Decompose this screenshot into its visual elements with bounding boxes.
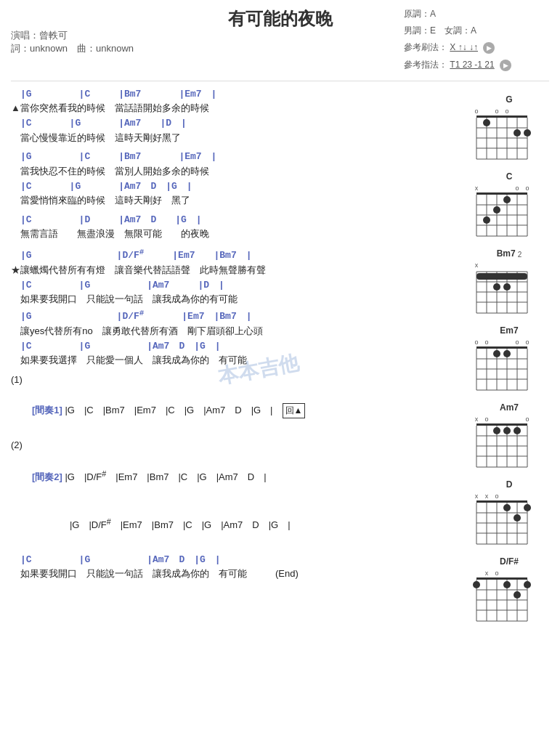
svg-text:o: o	[495, 569, 498, 577]
block-3: |C |D |Am7 D |G | 無需言語 無盡浪漫 無限可能 的夜晚	[11, 213, 466, 242]
svg-text:o: o	[484, 415, 488, 423]
block-2: |G |C |Bm7 |Em7 | 當我快忍不住的時候 當別人開始多余的時候 |…	[11, 150, 466, 208]
header-divider	[11, 81, 549, 81]
svg-point-94	[503, 504, 511, 511]
chord-diagram-Em7: Em7 o o o o	[469, 325, 549, 392]
svg-text:o: o	[474, 338, 478, 346]
lyric-line-3: 當我快忍不住的時候 當別人開始多余的時候	[11, 164, 466, 179]
chord-line-7: |C |G |Am7 |D |	[11, 278, 466, 293]
svg-point-96	[524, 504, 531, 511]
lyric-line-5: 無需言語 無盡浪漫 無限可能 的夜晚	[11, 227, 466, 242]
strum-pattern: X ↑↓ ↓↑	[450, 42, 478, 52]
chord-line-6: |G |D/F# |Em7 |Bm7 |	[11, 246, 466, 263]
svg-point-79	[514, 427, 521, 434]
svg-point-11	[483, 119, 490, 126]
lyric-line-2: 當心慢慢靠近的時候 這時天剛好黑了	[11, 131, 466, 146]
svg-point-95	[514, 514, 521, 522]
svg-text:x: x	[475, 492, 479, 500]
lyric-line-6: ★讓蠟燭代替所有有燈 讓音樂代替話語聲 此時無聲勝有聲	[11, 263, 466, 278]
svg-point-30	[483, 216, 490, 224]
chord-svg-D: x x o	[469, 492, 535, 546]
interlude-2a: [間奏2] |G |D/F# |Em7 |Bm7 |C |G |Am7 D |	[11, 453, 466, 500]
lyric-line-7: 如果要我開口 只能說一句話 讓我成為你的有可能	[11, 292, 466, 307]
strum-play-button[interactable]: ▶	[483, 42, 495, 54]
svg-rect-45	[476, 273, 527, 280]
lyricist-info: 詞：unknown 曲：unknown	[11, 42, 156, 55]
svg-text:o: o	[525, 338, 529, 346]
svg-text:o: o	[495, 108, 498, 115]
interlude-2b: |G |D/F# |Em7 |Bm7 |C |G |Am7 D |G |	[11, 500, 466, 548]
chord-line-9: |C |G |Am7 D |G |	[11, 339, 466, 354]
block-interlude1: (1) [間奏1] |G |C |Bm7 |Em7 |C |G |Am7 D |…	[11, 373, 466, 434]
interlude-1: [間奏1] |G |C |Bm7 |Em7 |C |G |Am7 D |G | …	[11, 388, 466, 434]
svg-point-111	[473, 581, 480, 588]
chord-diagram-DFsharp: D/F# x o	[469, 556, 549, 623]
svg-text:o: o	[505, 108, 508, 115]
svg-text:x: x	[475, 261, 479, 269]
gender-keys: 男調：E 女調：A	[404, 24, 542, 38]
finger-play-button[interactable]: ▶	[500, 60, 511, 71]
finger-pattern: T1 23 -1 21	[450, 60, 494, 70]
svg-point-113	[514, 591, 521, 599]
finger-label: 參考指法：	[404, 60, 447, 70]
svg-text:o: o	[495, 492, 498, 500]
svg-rect-66	[476, 423, 527, 426]
svg-point-78	[503, 427, 511, 434]
svg-text:o: o	[515, 184, 519, 192]
lyric-line-outro: 如果要我開口 只能說一句話 讓我成為你的 有可能 (End)	[11, 567, 466, 582]
svg-point-47	[503, 283, 511, 291]
svg-text:x: x	[485, 492, 489, 500]
chord-line-3: |G |C |Bm7 |Em7 |	[11, 150, 466, 164]
finger-info: 參考指法： T1 23 -1 21 ▶	[404, 58, 542, 72]
chord-line-1: |G |C |Bm7 |Em7 |	[11, 87, 466, 102]
song-title: 有可能的夜晚	[156, 7, 404, 31]
svg-rect-100	[476, 577, 527, 580]
block-1: |G |C |Bm7 |Em7 | ▲當你突然看我的時候 當話語開始多余的時候 …	[11, 87, 466, 146]
svg-point-28	[503, 196, 511, 203]
svg-point-60	[493, 350, 500, 357]
chord-diagram-Am7: Am7 x o o	[469, 402, 549, 469]
svg-point-29	[493, 206, 500, 214]
svg-rect-49	[476, 346, 527, 349]
chord-svg-C: x o o	[469, 184, 535, 238]
section-2: (2)	[11, 438, 466, 453]
lyric-line-8: 讓yes代替所有no 讓勇敢代替所有酒 剛下眉頭卻上心頭	[11, 324, 466, 339]
svg-text:x: x	[475, 415, 479, 423]
chord-svg-Am7: x o o	[469, 415, 535, 469]
chord-diagrams-panel: G o o	[469, 87, 549, 629]
chord-diagram-C: C x o o	[469, 171, 549, 238]
chord-svg-G: o o o	[469, 107, 535, 161]
svg-point-46	[493, 283, 500, 291]
strum-info: 參考刷法： X ↑↓ ↓↑ ▶	[404, 41, 542, 54]
block-outro: |C |G |Am7 D |G | 如果要我開口 只能說一句話 讓我成為你的 有…	[11, 553, 466, 582]
original-key: 原調：A	[404, 7, 542, 21]
svg-point-13	[524, 129, 531, 137]
strum-label: 參考刷法：	[404, 42, 447, 52]
section-1: (1)	[11, 373, 466, 388]
block-chorus: |G |D/F# |Em7 |Bm7 | ★讓蠟燭代替所有有燈 讓音樂代替話語聲…	[11, 246, 466, 368]
chord-svg-Em7: o o o o	[469, 338, 535, 392]
svg-text:x: x	[475, 184, 479, 192]
lyrics-section: |G |C |Bm7 |Em7 | ▲當你突然看我的時候 當話語開始多余的時候 …	[11, 87, 466, 629]
svg-text:o: o	[474, 108, 478, 115]
chord-line-8: |G |D/F# |Em7 |Bm7 |	[11, 307, 466, 324]
svg-rect-83	[476, 500, 527, 503]
chord-line-2: |C |G |Am7 |D |	[11, 116, 466, 131]
chord-line-5: |C |D |Am7 D |G |	[11, 213, 466, 227]
svg-text:x: x	[485, 569, 489, 577]
svg-rect-0	[476, 115, 527, 118]
svg-text:o: o	[525, 184, 529, 192]
svg-point-61	[503, 350, 511, 357]
svg-point-12	[514, 129, 521, 137]
svg-point-112	[503, 581, 511, 588]
svg-text:o: o	[525, 415, 529, 423]
chord-line-outro1: |C |G |Am7 D |G |	[11, 553, 466, 567]
svg-text:o: o	[484, 338, 488, 346]
lyric-line-4: 當愛悄悄來臨的時候 這時天剛好 黑了	[11, 193, 466, 208]
chord-diagram-Bm7: Bm7 2 x	[469, 248, 549, 315]
lyric-line-1: ▲當你突然看我的時候 當話語開始多余的時候	[11, 101, 466, 116]
svg-text:o: o	[515, 338, 519, 346]
svg-point-77	[493, 427, 500, 434]
chord-svg-DFsharp: x o	[469, 569, 535, 623]
lyric-line-9: 如果要我選擇 只能愛一個人 讓我成為你的 有可能	[11, 353, 466, 368]
